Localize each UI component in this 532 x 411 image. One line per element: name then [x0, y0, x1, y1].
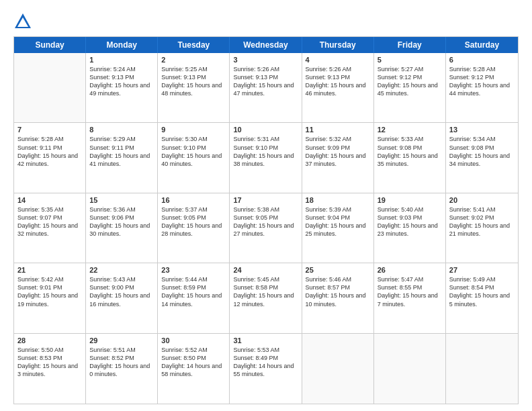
day-number: 16	[161, 196, 226, 204]
day-info: Sunrise: 5:38 AM Sunset: 9:05 PM Dayligh…	[233, 205, 298, 238]
day-info: Sunrise: 5:52 AM Sunset: 8:50 PM Dayligh…	[161, 346, 226, 379]
day-info: Sunrise: 5:36 AM Sunset: 9:06 PM Dayligh…	[89, 205, 154, 238]
day-number: 17	[233, 196, 298, 204]
day-info: Sunrise: 5:46 AM Sunset: 8:57 PM Dayligh…	[306, 275, 370, 308]
day-info: Sunrise: 5:32 AM Sunset: 9:09 PM Dayligh…	[306, 135, 370, 168]
day-cell-9: 9Sunrise: 5:30 AM Sunset: 9:10 PM Daylig…	[158, 123, 230, 192]
day-number: 26	[378, 266, 442, 274]
weekday-header-thursday: Thursday	[302, 37, 374, 53]
weekday-header-wednesday: Wednesday	[230, 37, 302, 53]
day-info: Sunrise: 5:28 AM Sunset: 9:12 PM Dayligh…	[449, 65, 515, 98]
week-row-5: 28Sunrise: 5:50 AM Sunset: 8:53 PM Dayli…	[14, 334, 518, 404]
empty-cell	[302, 334, 374, 404]
week-row-4: 21Sunrise: 5:42 AM Sunset: 9:01 PM Dayli…	[14, 263, 518, 333]
day-number: 5	[378, 56, 442, 64]
day-number: 12	[378, 126, 442, 134]
day-info: Sunrise: 5:26 AM Sunset: 9:13 PM Dayligh…	[306, 65, 370, 98]
day-number: 28	[17, 336, 82, 345]
day-number: 14	[17, 196, 82, 204]
day-number: 2	[161, 56, 226, 64]
day-number: 8	[89, 126, 154, 134]
day-number: 21	[17, 266, 82, 274]
day-cell-29: 29Sunrise: 5:51 AM Sunset: 8:52 PM Dayli…	[86, 334, 158, 404]
empty-cell	[14, 53, 86, 122]
calendar: SundayMondayTuesdayWednesdayThursdayFrid…	[13, 36, 519, 404]
day-cell-21: 21Sunrise: 5:42 AM Sunset: 9:01 PM Dayli…	[14, 263, 86, 332]
day-number: 18	[306, 196, 370, 204]
page: SundayMondayTuesdayWednesdayThursdayFrid…	[0, 0, 532, 411]
calendar-header: SundayMondayTuesdayWednesdayThursdayFrid…	[14, 37, 518, 53]
day-number: 15	[89, 196, 154, 204]
day-info: Sunrise: 5:53 AM Sunset: 8:49 PM Dayligh…	[233, 346, 298, 379]
day-cell-22: 22Sunrise: 5:43 AM Sunset: 9:00 PM Dayli…	[86, 263, 158, 332]
day-number: 1	[89, 56, 154, 64]
day-info: Sunrise: 5:25 AM Sunset: 9:13 PM Dayligh…	[161, 65, 226, 98]
day-info: Sunrise: 5:44 AM Sunset: 8:59 PM Dayligh…	[161, 275, 226, 308]
weekday-header-monday: Monday	[86, 37, 158, 53]
day-info: Sunrise: 5:40 AM Sunset: 9:03 PM Dayligh…	[378, 205, 442, 238]
day-info: Sunrise: 5:45 AM Sunset: 8:58 PM Dayligh…	[233, 275, 298, 308]
day-cell-12: 12Sunrise: 5:33 AM Sunset: 9:08 PM Dayli…	[374, 123, 446, 192]
day-number: 9	[161, 126, 226, 134]
day-cell-14: 14Sunrise: 5:35 AM Sunset: 9:07 PM Dayli…	[14, 193, 86, 263]
day-info: Sunrise: 5:43 AM Sunset: 9:00 PM Dayligh…	[89, 275, 154, 308]
day-info: Sunrise: 5:34 AM Sunset: 9:08 PM Dayligh…	[449, 135, 515, 168]
week-row-2: 7Sunrise: 5:28 AM Sunset: 9:11 PM Daylig…	[14, 123, 518, 193]
day-number: 25	[306, 266, 370, 274]
day-info: Sunrise: 5:33 AM Sunset: 9:08 PM Dayligh…	[378, 135, 442, 168]
calendar-body: 1Sunrise: 5:24 AM Sunset: 9:13 PM Daylig…	[14, 53, 518, 404]
day-info: Sunrise: 5:35 AM Sunset: 9:07 PM Dayligh…	[17, 205, 82, 238]
day-info: Sunrise: 5:24 AM Sunset: 9:13 PM Dayligh…	[89, 65, 154, 98]
day-info: Sunrise: 5:39 AM Sunset: 9:04 PM Dayligh…	[306, 205, 370, 238]
weekday-header-sunday: Sunday	[14, 37, 86, 53]
header	[13, 12, 519, 31]
day-cell-18: 18Sunrise: 5:39 AM Sunset: 9:04 PM Dayli…	[302, 193, 374, 263]
day-number: 13	[449, 126, 515, 134]
day-cell-11: 11Sunrise: 5:32 AM Sunset: 9:09 PM Dayli…	[302, 123, 374, 192]
day-number: 6	[449, 56, 515, 64]
day-number: 4	[306, 56, 370, 64]
day-info: Sunrise: 5:49 AM Sunset: 8:54 PM Dayligh…	[449, 275, 515, 308]
day-cell-3: 3Sunrise: 5:26 AM Sunset: 9:13 PM Daylig…	[230, 53, 302, 122]
day-cell-26: 26Sunrise: 5:47 AM Sunset: 8:55 PM Dayli…	[374, 263, 446, 332]
weekday-header-friday: Friday	[374, 37, 446, 53]
weekday-header-saturday: Saturday	[446, 37, 518, 53]
day-info: Sunrise: 5:27 AM Sunset: 9:12 PM Dayligh…	[378, 65, 442, 98]
day-cell-8: 8Sunrise: 5:29 AM Sunset: 9:11 PM Daylig…	[86, 123, 158, 192]
day-number: 7	[17, 126, 82, 134]
day-info: Sunrise: 5:31 AM Sunset: 9:10 PM Dayligh…	[233, 135, 298, 168]
day-number: 22	[89, 266, 154, 274]
week-row-3: 14Sunrise: 5:35 AM Sunset: 9:07 PM Dayli…	[14, 193, 518, 263]
logo-icon	[13, 12, 32, 31]
day-info: Sunrise: 5:37 AM Sunset: 9:05 PM Dayligh…	[161, 205, 226, 238]
day-cell-10: 10Sunrise: 5:31 AM Sunset: 9:10 PM Dayli…	[230, 123, 302, 192]
day-cell-28: 28Sunrise: 5:50 AM Sunset: 8:53 PM Dayli…	[14, 334, 86, 404]
logo	[13, 12, 35, 31]
day-number: 31	[233, 336, 298, 345]
week-row-1: 1Sunrise: 5:24 AM Sunset: 9:13 PM Daylig…	[14, 53, 518, 123]
day-info: Sunrise: 5:29 AM Sunset: 9:11 PM Dayligh…	[89, 135, 154, 168]
day-cell-2: 2Sunrise: 5:25 AM Sunset: 9:13 PM Daylig…	[158, 53, 230, 122]
day-cell-17: 17Sunrise: 5:38 AM Sunset: 9:05 PM Dayli…	[230, 193, 302, 263]
day-info: Sunrise: 5:26 AM Sunset: 9:13 PM Dayligh…	[233, 65, 298, 98]
day-number: 24	[233, 266, 298, 274]
day-cell-15: 15Sunrise: 5:36 AM Sunset: 9:06 PM Dayli…	[86, 193, 158, 263]
empty-cell	[374, 334, 446, 404]
day-cell-7: 7Sunrise: 5:28 AM Sunset: 9:11 PM Daylig…	[14, 123, 86, 192]
day-info: Sunrise: 5:30 AM Sunset: 9:10 PM Dayligh…	[161, 135, 226, 168]
day-cell-23: 23Sunrise: 5:44 AM Sunset: 8:59 PM Dayli…	[158, 263, 230, 332]
day-cell-24: 24Sunrise: 5:45 AM Sunset: 8:58 PM Dayli…	[230, 263, 302, 332]
day-number: 27	[449, 266, 515, 274]
day-number: 23	[161, 266, 226, 274]
day-number: 10	[233, 126, 298, 134]
day-cell-25: 25Sunrise: 5:46 AM Sunset: 8:57 PM Dayli…	[302, 263, 374, 332]
day-cell-30: 30Sunrise: 5:52 AM Sunset: 8:50 PM Dayli…	[158, 334, 230, 404]
day-cell-20: 20Sunrise: 5:41 AM Sunset: 9:02 PM Dayli…	[446, 193, 518, 263]
day-cell-27: 27Sunrise: 5:49 AM Sunset: 8:54 PM Dayli…	[446, 263, 518, 332]
day-info: Sunrise: 5:51 AM Sunset: 8:52 PM Dayligh…	[89, 346, 154, 379]
day-number: 29	[89, 336, 154, 345]
day-info: Sunrise: 5:47 AM Sunset: 8:55 PM Dayligh…	[378, 275, 442, 308]
day-number: 30	[161, 336, 226, 345]
day-number: 19	[378, 196, 442, 204]
day-info: Sunrise: 5:28 AM Sunset: 9:11 PM Dayligh…	[17, 135, 82, 168]
